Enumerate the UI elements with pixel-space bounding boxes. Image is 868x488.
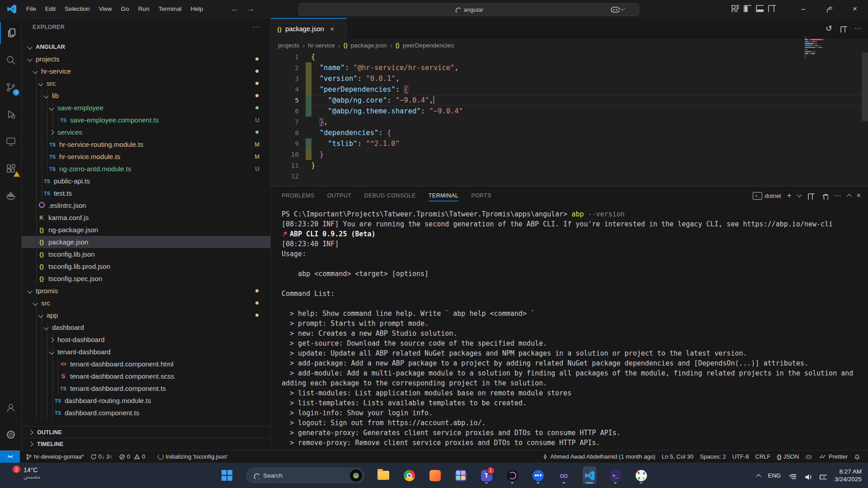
code-line-2[interactable]: 2 "name": "@hr-service/hr-service", <box>271 62 868 73</box>
activity-item-accounts[interactable] <box>0 397 22 418</box>
taskbar-app-paint[interactable] <box>634 466 648 484</box>
tree-item-hr-service-routing.module.ts[interactable]: TShr-service-routing.module.tsM <box>22 138 270 150</box>
code-line-8[interactable]: 8 "dependencies": { <box>271 127 868 138</box>
taskbar-app-orange-app[interactable] <box>428 466 442 484</box>
panel-tab-ports[interactable]: PORTS <box>471 187 491 205</box>
taskbar-search[interactable]: Search <box>246 468 364 483</box>
menu-run[interactable]: Run <box>134 3 154 14</box>
close-tab-button[interactable]: × <box>330 25 334 33</box>
tree-item-tsconfig.lib.json[interactable]: {}tsconfig.lib.json <box>22 248 270 260</box>
code-line-1[interactable]: 1{ <box>271 52 868 62</box>
tree-item-hr-service.module.ts[interactable]: TShr-service.module.tsM <box>22 150 270 163</box>
tree-item-projects[interactable]: projects <box>22 53 270 65</box>
activity-item-search[interactable] <box>0 49 22 71</box>
code-line-11[interactable]: 11} <box>271 160 868 171</box>
menu-file[interactable]: File <box>22 3 41 14</box>
workspace-section-header[interactable]: ANGULAR <box>22 41 270 53</box>
panel-tab-debug-console[interactable]: DEBUG CONSOLE <box>364 187 415 205</box>
tree-item-hr-service[interactable]: hr-service <box>22 65 270 77</box>
panel-more-actions-button[interactable]: ··· <box>834 192 841 200</box>
close-window-button[interactable]: × <box>844 0 865 18</box>
minimize-button[interactable]: – <box>793 0 814 18</box>
branch-status[interactable]: hr-develop-gomaa* <box>23 450 87 463</box>
code-line-9[interactable]: 9 "tslib": "^2.1.0" <box>271 138 868 149</box>
panel-tab-problems[interactable]: PROBLEMS <box>282 187 315 205</box>
code-line-10[interactable]: 10 } <box>271 149 868 160</box>
forward-button[interactable]: → <box>247 5 255 14</box>
menu-selection[interactable]: Selection <box>60 3 94 14</box>
minimap[interactable] <box>805 37 830 61</box>
tree-item-tsconfig.lib.prod.json[interactable]: {}tsconfig.lib.prod.json <box>22 260 270 272</box>
tree-item-src[interactable]: src <box>22 297 270 309</box>
taskbar-app-chrome[interactable] <box>402 466 416 484</box>
toggle-secondary-sidebar-icon[interactable] <box>767 4 776 12</box>
tree-item-tenant-dashboard.component.ts[interactable]: TStenant-dashboard.component.ts <box>22 382 270 394</box>
tree-item-app[interactable]: app <box>22 309 270 321</box>
new-terminal-button[interactable]: + <box>787 191 792 200</box>
menu-edit[interactable]: Edit <box>41 3 60 14</box>
tree-item-tenant-dashboard.component.html[interactable]: <>tenant-dashboard.component.html <box>22 358 270 370</box>
code-line-12[interactable]: 12 <box>271 171 868 182</box>
command-center-search[interactable]: angular <box>298 3 639 16</box>
taskbar-clock[interactable]: 8:27 AM 3/24/2025 <box>835 468 862 483</box>
taskbar-app-office-app[interactable] <box>454 466 467 484</box>
tree-item-dashboard-routing.module.ts[interactable]: TSdashboard-routing.module.ts <box>22 394 270 407</box>
taskbar-app-terminal[interactable]: >_ <box>609 466 622 484</box>
hidden-icons-chevron[interactable] <box>756 474 761 479</box>
taskbar-app-vscode[interactable] <box>583 466 596 484</box>
outline-section-header[interactable]: OUTLINE <box>22 426 270 438</box>
activity-item-extensions[interactable] <box>0 158 22 179</box>
code-line-5[interactable]: 5 "@abp/ng.core": "~9.0.4", <box>271 95 868 106</box>
formatter-status[interactable]: ✓✓ Prettier <box>816 453 851 460</box>
battery-icon[interactable] <box>819 472 827 479</box>
activity-item-run-debug[interactable] <box>0 103 22 125</box>
tab-package-json[interactable]: {} package.json × <box>271 18 347 39</box>
tree-item-services[interactable]: services <box>22 126 270 138</box>
copilot-button[interactable] <box>610 4 624 14</box>
input-language-indicator[interactable]: ENG <box>768 472 781 479</box>
split-terminal-button[interactable] <box>807 192 815 200</box>
maximize-panel-button[interactable] <box>846 194 851 199</box>
terminal-output[interactable]: PS C:\Important\Projects\Tatweer.Tpromis… <box>282 209 863 448</box>
wifi-icon[interactable] <box>788 472 796 479</box>
back-button[interactable]: ← <box>231 5 239 14</box>
code-line-3[interactable]: 3 "version": "0.0.1", <box>271 73 868 84</box>
toggle-primary-sidebar-icon[interactable] <box>743 4 751 12</box>
activity-item-explorer[interactable] <box>0 22 23 44</box>
taskbar-app-teams[interactable]: T1 <box>480 466 493 484</box>
taskbar-app-spiral-app[interactable] <box>505 466 519 484</box>
tree-item-src[interactable]: src <box>22 77 270 89</box>
terminal-instance-dotnet[interactable]: >_ dotnet <box>753 192 781 200</box>
taskbar-app-visual-studio[interactable]: ∞ <box>557 466 571 484</box>
menu-terminal[interactable]: Terminal <box>154 3 186 14</box>
breadcrumb-item-projects[interactable]: projects <box>278 42 299 49</box>
code-editor[interactable]: 1{2 "name": "@hr-service/hr-service",3 "… <box>271 52 868 182</box>
terminal-profile-dropdown[interactable] <box>797 192 802 197</box>
activity-item-docker[interactable] <box>0 185 22 206</box>
cursor-position-status[interactable]: Ln 5, Col 30 <box>659 453 697 460</box>
tree-item-public-api.ts[interactable]: TSpublic-api.ts <box>22 175 270 187</box>
language-status[interactable]: {} JSON <box>774 453 802 460</box>
editor-more-actions-button[interactable]: ··· <box>854 24 862 33</box>
breadcrumb-item-peerdependencies[interactable]: peerDependencies <box>403 42 454 49</box>
tree-item-test.ts[interactable]: TStest.ts <box>22 187 270 199</box>
notifications-bell[interactable] <box>851 454 863 460</box>
breadcrumb-item-package.json[interactable]: package.json <box>351 42 387 49</box>
menu-go[interactable]: Go <box>117 3 134 14</box>
tree-item-.eslintrc.json[interactable]: .eslintrc.json <box>22 199 270 211</box>
tree-item-save-employee.component.ts[interactable]: TSsave-employee.component.tsU <box>22 114 270 126</box>
tree-item-tpromis[interactable]: tpromis <box>22 285 270 297</box>
encoding-status[interactable]: UTF-8 <box>729 453 752 460</box>
tree-item-tenant-dashboard[interactable]: tenant-dashboard <box>22 346 270 358</box>
tree-item-karma.conf.js[interactable]: Kkarma.conf.js <box>22 211 270 224</box>
blame-status[interactable]: Ahmed Awad Abdelhamid (1 month ago) <box>539 453 658 460</box>
menu-help[interactable]: Help <box>186 3 208 14</box>
volume-icon[interactable] <box>804 472 811 479</box>
toggle-panel-icon[interactable] <box>755 4 764 12</box>
customize-layout-icon[interactable] <box>731 4 739 12</box>
timeline-history-button[interactable]: ↺ <box>826 23 832 33</box>
tree-item-host-dashboard[interactable]: host-dashboard <box>22 333 270 346</box>
code-line-4[interactable]: 4 "peerDependencies": { <box>271 84 868 95</box>
menu-view[interactable]: View <box>94 3 117 14</box>
panel-tab-output[interactable]: OUTPUT <box>327 187 352 205</box>
